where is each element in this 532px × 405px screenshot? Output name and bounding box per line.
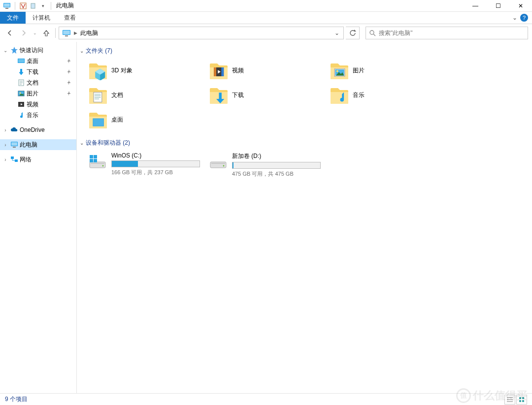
address-bar[interactable]: ▶ 此电脑 ⌄ bbox=[59, 27, 344, 39]
separator bbox=[55, 28, 56, 38]
collapse-icon[interactable]: ⌄ bbox=[2, 48, 9, 53]
quick-access-toolbar: ▾ bbox=[0, 2, 53, 10]
tree-onedrive[interactable]: › OneDrive bbox=[0, 125, 76, 135]
tree-network[interactable]: › 网络 bbox=[0, 154, 76, 165]
navigation-bar: ⌄ ▶ 此电脑 ⌄ bbox=[0, 24, 532, 42]
pc-icon bbox=[62, 29, 71, 37]
address-dropdown-icon[interactable]: ⌄ bbox=[332, 30, 342, 36]
svg-rect-45 bbox=[90, 162, 105, 168]
pin-icon bbox=[66, 69, 71, 74]
svg-rect-49 bbox=[94, 155, 97, 158]
title-bar: ▾ 此电脑 — ☐ ✕ bbox=[0, 0, 532, 12]
svg-point-54 bbox=[223, 165, 225, 167]
collapse-icon: ⌄ bbox=[80, 140, 84, 146]
svg-rect-25 bbox=[11, 156, 14, 159]
tree-this-pc[interactable]: › 此电脑 bbox=[0, 139, 76, 150]
drive-grid: WinOS (C:) 166 GB 可用，共 237 GB 新加卷 (D:) 4… bbox=[80, 148, 529, 179]
svg-rect-26 bbox=[15, 159, 18, 162]
large-icons-view-button[interactable] bbox=[516, 395, 527, 405]
drive-info: WinOS (C:) 166 GB 可用，共 237 GB bbox=[111, 152, 210, 178]
drive-item[interactable]: WinOS (C:) 166 GB 可用，共 237 GB bbox=[86, 151, 206, 179]
maximize-button[interactable]: ☐ bbox=[487, 0, 509, 12]
folder-item[interactable]: 视频 bbox=[206, 58, 327, 83]
tree-quick-item[interactable]: 视频 bbox=[0, 99, 76, 110]
chevron-right-icon[interactable]: ▶ bbox=[73, 31, 78, 35]
tree-quick-item[interactable]: 文档 bbox=[0, 77, 76, 88]
expand-icon[interactable]: › bbox=[2, 157, 9, 162]
svg-rect-46 bbox=[91, 163, 104, 164]
tree-quick-item[interactable]: 桌面 bbox=[0, 56, 76, 66]
3d-folder-icon bbox=[88, 61, 107, 80]
qat-dropdown-icon[interactable] bbox=[29, 2, 37, 10]
drive-icon bbox=[208, 152, 228, 172]
video-icon bbox=[17, 100, 26, 109]
expand-icon[interactable]: › bbox=[2, 142, 9, 148]
tree-label: 网络 bbox=[20, 156, 32, 164]
status-bar: 9 个项目 bbox=[0, 393, 532, 405]
tab-file[interactable]: 文件 bbox=[0, 12, 26, 24]
window-controls: — ☐ ✕ bbox=[464, 0, 532, 12]
tree-label: 快速访问 bbox=[20, 46, 43, 55]
folder-item[interactable]: 3D 对象 bbox=[86, 58, 206, 83]
group-header-folders[interactable]: ⌄ 文件夹 (7) bbox=[80, 46, 529, 56]
svg-rect-48 bbox=[90, 155, 93, 158]
folder-item[interactable]: 下载 bbox=[206, 83, 327, 107]
folder-label: 音乐 bbox=[353, 91, 365, 99]
expand-icon[interactable]: › bbox=[2, 127, 9, 133]
status-text: 9 个项目 bbox=[5, 395, 28, 404]
folder-item[interactable]: 图片 bbox=[327, 58, 448, 83]
ribbon-expand-icon[interactable]: ⌄ bbox=[512, 14, 517, 21]
pin-icon bbox=[66, 59, 71, 63]
folder-label: 3D 对象 bbox=[111, 66, 133, 75]
svg-rect-58 bbox=[519, 397, 521, 399]
tree-quick-item[interactable]: 图片 bbox=[0, 88, 76, 99]
ribbon-right: ⌄ ? bbox=[512, 12, 532, 24]
svg-rect-59 bbox=[522, 397, 524, 399]
tree-label: OneDrive bbox=[20, 126, 45, 133]
svg-rect-53 bbox=[211, 163, 225, 164]
folder-item[interactable]: 音乐 bbox=[327, 83, 448, 107]
recent-locations-button[interactable]: ⌄ bbox=[32, 27, 38, 39]
minimize-button[interactable]: — bbox=[464, 0, 487, 12]
breadcrumb-this-pc[interactable]: 此电脑 bbox=[78, 29, 100, 37]
search-box[interactable] bbox=[366, 27, 528, 39]
svg-point-47 bbox=[102, 165, 104, 167]
tree-quick-item[interactable]: 下载 bbox=[0, 66, 76, 77]
properties-icon[interactable] bbox=[19, 2, 27, 10]
svg-rect-52 bbox=[210, 162, 226, 168]
svg-rect-51 bbox=[94, 159, 97, 162]
tree-label: 下载 bbox=[27, 68, 38, 76]
picture-folder-icon bbox=[329, 61, 349, 80]
tree-label: 此电脑 bbox=[20, 141, 37, 149]
folder-label: 桌面 bbox=[111, 116, 123, 124]
drive-info: 新加卷 (D:) 475 GB 可用，共 475 GB bbox=[232, 152, 331, 178]
refresh-button[interactable] bbox=[346, 27, 360, 39]
group-header-label: 设备和驱动器 (2) bbox=[86, 139, 130, 147]
close-button[interactable]: ✕ bbox=[509, 0, 532, 12]
svg-point-18 bbox=[20, 93, 21, 94]
folder-item[interactable]: 文档 bbox=[86, 83, 206, 107]
tree-label: 桌面 bbox=[27, 57, 38, 65]
folder-label: 图片 bbox=[353, 66, 365, 75]
tab-view[interactable]: 查看 bbox=[57, 12, 83, 24]
up-button[interactable] bbox=[40, 27, 52, 39]
group-header-drives[interactable]: ⌄ 设备和驱动器 (2) bbox=[80, 138, 529, 148]
search-input[interactable] bbox=[379, 30, 525, 36]
svg-rect-2 bbox=[5, 8, 8, 9]
cloud-icon bbox=[10, 125, 19, 134]
tab-computer[interactable]: 计算机 bbox=[26, 12, 57, 24]
details-view-button[interactable] bbox=[504, 395, 515, 405]
navigation-pane: ⌄ 快速访问 桌面下载文档图片视频音乐 › OneDrive › bbox=[0, 42, 77, 393]
pin-icon bbox=[66, 80, 71, 85]
drive-item[interactable]: 新加卷 (D:) 475 GB 可用，共 475 GB bbox=[206, 151, 327, 179]
forward-button[interactable] bbox=[18, 27, 30, 39]
desktop-icon bbox=[17, 57, 26, 65]
svg-rect-4 bbox=[31, 3, 35, 8]
tree-quick-access[interactable]: ⌄ 快速访问 bbox=[0, 45, 76, 56]
folder-item[interactable]: 桌面 bbox=[86, 107, 206, 132]
tree-quick-item[interactable]: 音乐 bbox=[0, 110, 76, 121]
qat-overflow-icon[interactable]: ▾ bbox=[39, 2, 47, 10]
drive-subtext: 475 GB 可用，共 475 GB bbox=[232, 170, 321, 178]
back-button[interactable] bbox=[4, 27, 16, 39]
help-icon[interactable]: ? bbox=[520, 14, 528, 22]
